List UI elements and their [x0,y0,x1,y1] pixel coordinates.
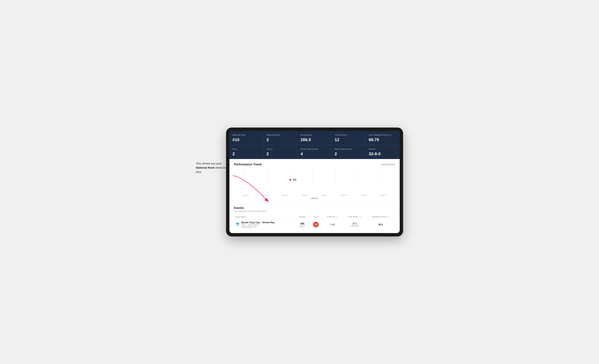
stat-match-play-events-label: Match Play Events [335,148,362,150]
annotation: This shows you your National Rank trend … [196,161,234,174]
stat-scoring-avg-value: 286.5 [301,137,328,142]
stat-match-play-events-value: 2 [335,151,362,156]
events-title: Events [234,206,395,210]
total-points-info-icon: i [359,216,361,218]
stat-total-rounds: Total Rounds 12 [332,131,366,145]
stat-avg-weighted-points-label: Avg. Weighted Points i [369,133,397,136]
stat-stroke-play-events-label: Stroke Play Events [301,148,328,150]
table-row: 🐬 Buster Cozy Cup – Stroke Play Oct 9 – … [234,219,395,230]
col-event-sg: Event SG i [322,215,343,219]
chart-data-point [289,179,291,181]
event-position-sub: out of 7 [297,225,308,227]
stat-avg-weighted-points: Avg. Weighted Points i 68.75 [366,131,400,145]
stat-match-play-events: Match Play Events 2 [332,145,366,159]
event-details: Buster Cozy Cup – Stroke Play Oct 9 – Oc… [241,221,274,228]
chart-x-label-feb24: FEB 24 [315,195,334,196]
stat-scoring-avg-label: Scoring Avg. [301,133,328,136]
weighted-points-info-icon: i [387,216,389,218]
stat-total-rounds-label: Total Rounds [335,133,362,136]
performance-section: Performance Trend National Rank [229,159,400,203]
stat-record-label: Record [369,148,397,150]
chart-rank-label: #10 [293,178,297,181]
stats-row-2: Wins 2 Top 3s 2 Stroke Play Events 4 Mat… [229,145,400,159]
event-weighted-points-cell: 28.3 [366,219,395,230]
performance-chart: #10 [234,169,395,193]
col-position: Position [295,215,309,219]
events-table: Event Name Position Score Event SG i [234,215,395,230]
rank-impact-arrow: ▼ [255,226,256,228]
stat-regional-rank: Regional Rank 2 [264,131,298,145]
stat-regional-rank-label: Regional Rank [266,133,294,136]
scene: This shows you your National Rank trend … [196,128,403,237]
stat-total-rounds-value: 12 [335,137,362,142]
stats-row-1: National Rank #10 Regional Rank 2 Scorin… [229,131,400,145]
stat-top3s: Top 3s 2 [264,145,298,159]
event-name-container: 🐬 Buster Cozy Cup – Stroke Play Oct 9 – … [236,221,294,228]
chart-x-label-apr24: APR 24 [354,195,374,196]
chart-x-label-may24: MAY 24 [374,195,394,196]
event-position-cell: 6th out of 7 [295,219,309,230]
chart-x-label-nov23: NOV 23 [255,195,275,196]
stat-top3s-value: 2 [266,151,294,156]
performance-header: Performance Trend National Rank [234,163,395,166]
tablet-device: National Rank #10 Regional Rank 2 Scorin… [226,128,403,237]
stat-wins-label: Wins [232,148,260,150]
stat-wins: Wins 2 [229,145,264,159]
stat-regional-rank-value: 2 [266,137,294,142]
event-date: Oct 9 – Oct 10, 2023 [241,224,274,226]
event-sg-cell: 0.45 [322,219,343,230]
chart-x-axis-title: Months [234,197,395,199]
stat-national-rank: National Rank #10 [229,131,264,145]
tablet-screen: National Rank #10 Regional Rank 2 Scorin… [229,131,400,233]
chart-x-label-jan24: JAN 24 [295,195,315,196]
stat-record: Record 32-8-0 [366,145,400,159]
performance-subtitle: National Rank [381,163,395,166]
col-score: Score [309,215,322,219]
event-name-cell: 🐬 Buster Cozy Cup – Stroke Play Oct 9 – … [234,219,295,230]
stat-stroke-play-events: Stroke Play Events 4 [298,145,332,159]
stat-scoring-avg: Scoring Avg. 286.5 [298,131,332,145]
chart-svg: #10 [234,169,395,193]
stat-record-value: 32-8-0 [369,151,397,156]
chart-x-label-dec23: DEC 23 [275,195,295,196]
info-icon: i [389,134,392,136]
event-position-value: 6th [297,222,308,225]
table-header-row: Event Name Position Score Event SG i [234,215,395,219]
col-total-points: Total Points i [343,215,366,219]
total-points-sub: 3 Rounds [344,225,365,227]
col-weighted-points: Weighted Points i [366,215,395,219]
stat-national-rank-value: #10 [232,137,260,142]
event-name: Buster Cozy Cup – Stroke Play [241,221,274,224]
col-event-name: Event Name [234,215,295,219]
stat-wins-value: 2 [232,151,260,156]
events-section: Events Last updated: 24th November 2023 … [229,203,400,233]
event-score-cell: -22 [309,219,322,230]
event-total-points-cell: 28.3 3 Rounds [343,219,366,230]
stat-avg-weighted-points-value: 68.75 [369,137,397,142]
stat-top3s-label: Top 3s [266,148,294,150]
events-last-updated: Last updated: 24th November 2023 [234,210,395,212]
annotation-text: This shows you your National Rank trend … [196,162,228,174]
chart-x-labels: OCT 23 NOV 23 DEC 23 JAN 24 FEB 24 MAR 2… [234,195,395,196]
chart-x-label-oct23: OCT 23 [236,195,255,196]
rank-impact: Rank Impact: 3 ▼ [241,226,274,228]
event-icon: 🐬 [236,222,240,227]
stat-stroke-play-events-value: 4 [301,151,328,156]
score-badge: -22 [313,222,319,227]
performance-title: Performance Trend [234,163,261,166]
stat-national-rank-label: National Rank [232,133,260,136]
event-sg-info-icon: i [336,216,338,218]
chart-x-label-mar24: MAR 24 [334,195,354,196]
